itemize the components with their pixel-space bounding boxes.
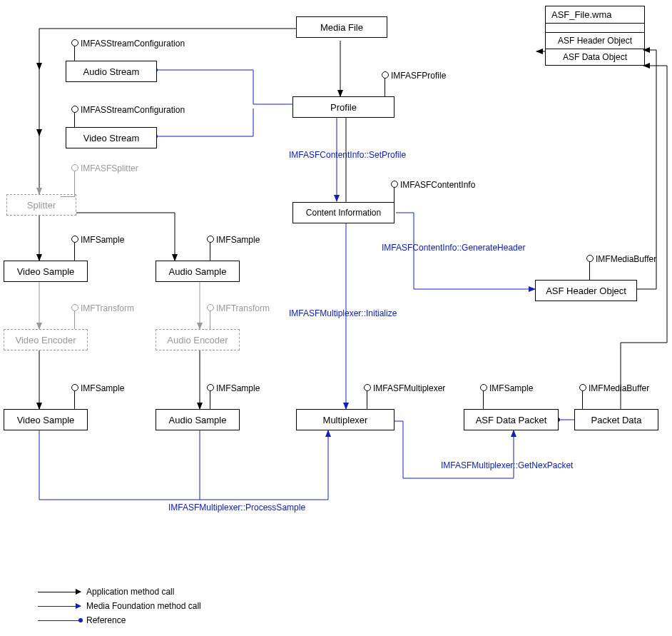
- lollipop-stem: [367, 391, 367, 409]
- method-label-initialize: IMFASFMultiplexer::Initialize: [289, 308, 397, 318]
- lollipop-icon: [207, 384, 214, 391]
- lollipop-icon: [480, 384, 487, 391]
- lollipop-icon: [579, 384, 586, 391]
- asf-file-data-row: ASF Data Object: [546, 49, 644, 65]
- node-audio-sample-2: Audio Sample: [156, 409, 240, 430]
- label: ASF Header Object: [546, 286, 626, 296]
- lollipop-icon: [71, 164, 78, 171]
- node-splitter: Splitter: [6, 194, 76, 216]
- lollipop-icon: [207, 304, 214, 311]
- node-asf-header-object: ASF Header Object: [535, 280, 637, 301]
- interface-label: IMFTransform: [81, 303, 134, 313]
- label: Audio Sample: [169, 266, 227, 277]
- node-video-stream: Video Stream: [66, 127, 157, 148]
- connector-stub: [61, 196, 75, 197]
- method-label-setprofile: IMFASFContentInfo::SetProfile: [289, 150, 406, 160]
- legend: Application method call Media Foundation…: [38, 587, 201, 630]
- lollipop-icon: [71, 384, 78, 391]
- asf-file-title: ASF_File.wma: [546, 6, 644, 24]
- node-audio-encoder: Audio Encoder: [156, 329, 240, 350]
- legend-row-mf: Media Foundation method call: [38, 601, 201, 611]
- interface-label: IMFASStreamConfiguration: [81, 39, 185, 49]
- arrow-icon: [76, 589, 81, 595]
- lollipop-stem: [74, 46, 75, 61]
- node-packet-data: Packet Data: [574, 409, 658, 430]
- lollipop-icon: [71, 106, 78, 113]
- asf-file-container: ASF_File.wma ASF Header Object ASF Data …: [545, 6, 645, 66]
- legend-line-blue: [38, 606, 81, 607]
- label: Audio Sample: [169, 415, 227, 425]
- lollipop-stem: [74, 391, 75, 409]
- method-label-processsample: IMFASFMultiplexer::ProcessSample: [168, 503, 305, 513]
- label: Audio Stream: [83, 66, 140, 77]
- interface-label: IMFSample: [216, 383, 260, 393]
- label: Multiplexer: [323, 415, 368, 425]
- lollipop-icon: [207, 236, 214, 243]
- lollipop-icon: [382, 71, 389, 79]
- label: Video Sample: [17, 415, 75, 425]
- node-asf-data-packet: ASF Data Packet: [464, 409, 559, 430]
- lollipop-stem: [385, 79, 385, 96]
- lollipop-icon: [71, 236, 78, 243]
- lollipop-icon: [364, 384, 371, 391]
- label: Profile: [330, 102, 357, 113]
- lollipop-stem: [74, 171, 75, 196]
- label: Video Stream: [83, 133, 140, 143]
- legend-row-ref: Reference: [38, 615, 201, 625]
- legend-line-black: [38, 592, 81, 592]
- interface-label: IMFTransform: [216, 303, 270, 313]
- lollipop-stem: [589, 262, 590, 280]
- interface-label: IMFMediaBuffer: [596, 254, 656, 264]
- node-media-file: Media File: [296, 16, 387, 38]
- interface-label: IMFASFSplitter: [81, 163, 138, 173]
- node-content-info: Content Information: [292, 202, 394, 223]
- interface-label: IMFSample: [489, 383, 533, 393]
- interface-label: IMFASFContentInfo: [400, 180, 475, 190]
- interface-label: IMFSample: [216, 235, 260, 245]
- legend-line-ref: [38, 620, 81, 621]
- node-multiplexer: Multiplexer: [296, 409, 394, 430]
- legend-text: Media Foundation method call: [86, 601, 201, 611]
- interface-label: IMFASStreamConfiguration: [81, 105, 185, 115]
- lollipop-stem: [582, 391, 583, 409]
- label: Media File: [320, 22, 363, 33]
- label: ASF Data Packet: [476, 415, 547, 425]
- node-audio-stream: Audio Stream: [66, 61, 157, 82]
- method-label-getnextpacket: IMFASFMultiplexer::GetNexPacket: [441, 460, 573, 470]
- label: Packet Data: [591, 415, 642, 425]
- node-video-encoder: Video Encoder: [4, 329, 88, 350]
- lollipop-stem: [483, 391, 484, 409]
- dot-icon: [78, 618, 83, 622]
- label: Splitter: [27, 200, 56, 211]
- interface-label: IMFSample: [81, 235, 124, 245]
- lollipop-icon: [71, 39, 78, 46]
- node-audio-sample-1: Audio Sample: [156, 261, 240, 282]
- label: Audio Encoder: [167, 335, 228, 345]
- interface-label: IMFSample: [81, 383, 124, 393]
- method-label-generateheader: IMFASFContentInfo::GenerateHeader: [382, 243, 525, 253]
- lollipop-stem: [74, 311, 75, 329]
- node-video-sample-1: Video Sample: [4, 261, 88, 282]
- lollipop-icon: [586, 255, 594, 262]
- lollipop-icon: [391, 181, 398, 188]
- node-video-sample-2: Video Sample: [4, 409, 88, 430]
- interface-label: IMFASFMultiplexer: [373, 383, 445, 393]
- interface-label: IMFMediaBuffer: [589, 383, 649, 393]
- label: Video Encoder: [15, 335, 76, 345]
- lollipop-stem: [74, 113, 75, 127]
- lollipop-stem: [210, 243, 210, 261]
- lollipop-stem: [394, 188, 394, 202]
- legend-text: Reference: [86, 615, 126, 625]
- label: Content Information: [306, 208, 381, 218]
- lollipop-icon: [71, 304, 78, 311]
- label: Video Sample: [17, 266, 75, 277]
- legend-row-app: Application method call: [38, 587, 201, 597]
- legend-text: Application method call: [86, 587, 174, 597]
- lollipop-stem: [210, 311, 210, 329]
- diagram-canvas: Media File Audio Stream IMFASStreamConfi…: [0, 0, 672, 636]
- asf-file-header-row: ASF Header Object: [546, 32, 644, 49]
- lollipop-stem: [210, 391, 210, 409]
- arrow-icon: [76, 603, 81, 609]
- interface-label: IMFASFProfile: [391, 71, 446, 81]
- lollipop-stem: [74, 243, 75, 261]
